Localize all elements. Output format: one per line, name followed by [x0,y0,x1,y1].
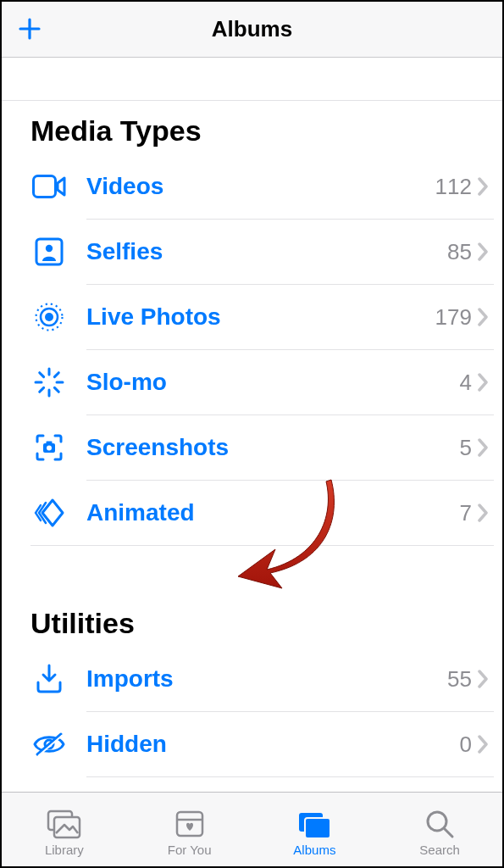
chevron-right-icon [472,242,494,261]
search-icon [421,807,458,841]
row-label: Live Photos [68,303,435,331]
svg-point-16 [47,446,52,451]
hidden-icon [30,732,68,757]
animated-icon [30,498,68,528]
add-button[interactable] [17,13,42,47]
svg-rect-22 [177,812,202,836]
svg-line-11 [54,387,58,392]
section-title-utilities: Utilities [2,593,502,647]
svg-point-2 [46,245,53,252]
svg-rect-25 [305,818,330,838]
row-count: 4 [460,370,472,396]
svg-rect-15 [47,442,53,445]
tab-label: Search [419,843,460,857]
row-label: Screenshots [68,434,460,461]
slomo-icon [30,367,68,398]
page-title: Albums [212,16,292,42]
row-count: 85 [447,239,472,265]
row-selfies[interactable]: Selfies 85 [2,220,502,284]
row-label: Selfies [68,238,447,265]
row-count: 55 [447,666,472,693]
svg-line-27 [445,829,452,837]
svg-point-3 [45,313,53,321]
selfie-icon [30,237,68,266]
tab-library[interactable]: Library [2,802,127,857]
navigation-bar: Albums [2,2,502,58]
row-animated[interactable]: Animated 7 [2,481,502,545]
row-imports[interactable]: Imports 55 [2,647,502,711]
utilities-list: Imports 55 Hidden 0 [2,647,502,777]
row-label: Imports [68,665,447,693]
tab-for-you[interactable]: For You [127,802,252,857]
svg-line-12 [40,387,44,392]
section-title-media-types: Media Types [2,101,502,154]
svg-line-10 [40,373,44,377]
tab-search[interactable]: Search [377,802,502,857]
row-label: Hidden [68,731,460,758]
chevron-right-icon [472,735,494,754]
row-slo-mo[interactable]: Slo-mo 4 [2,350,502,415]
svg-rect-0 [34,176,56,198]
row-label: Animated [68,499,460,526]
divider [30,545,494,546]
row-screenshots[interactable]: Screenshots 5 [2,415,502,480]
media-types-list: Videos 112 Selfies 85 [2,154,502,546]
row-count: 179 [435,304,472,331]
chevron-right-icon [472,438,494,457]
tab-label: Library [45,843,84,857]
svg-line-13 [54,373,58,377]
imports-icon [30,664,68,694]
chevron-right-icon [472,670,494,688]
row-count: 7 [460,500,472,526]
row-live-photos[interactable]: Live Photos 179 [2,285,502,349]
divider [86,776,494,777]
row-hidden[interactable]: Hidden 0 [2,712,502,776]
tab-albums[interactable]: Albums [252,802,378,857]
albums-icon [296,807,333,841]
row-videos[interactable]: Videos 112 [2,154,502,219]
row-count: 5 [460,435,472,461]
tab-bar: Library For You Albums Search [2,792,502,866]
tab-label: For You [168,843,212,857]
chevron-right-icon [472,373,494,392]
chevron-right-icon [472,177,494,196]
row-count: 0 [460,732,472,758]
row-label: Videos [68,173,435,200]
row-label: Slo-mo [68,369,460,396]
content-scroll: Media Types Videos 112 [2,58,502,792]
video-icon [30,175,68,198]
chevron-right-icon [472,504,494,522]
live-photo-icon [30,302,68,332]
tab-label: Albums [293,843,335,857]
for-you-icon [171,807,208,841]
svg-point-26 [428,812,446,831]
screenshot-icon [30,432,68,463]
library-icon [46,807,83,841]
row-count: 112 [435,174,472,200]
chevron-right-icon [472,308,494,326]
